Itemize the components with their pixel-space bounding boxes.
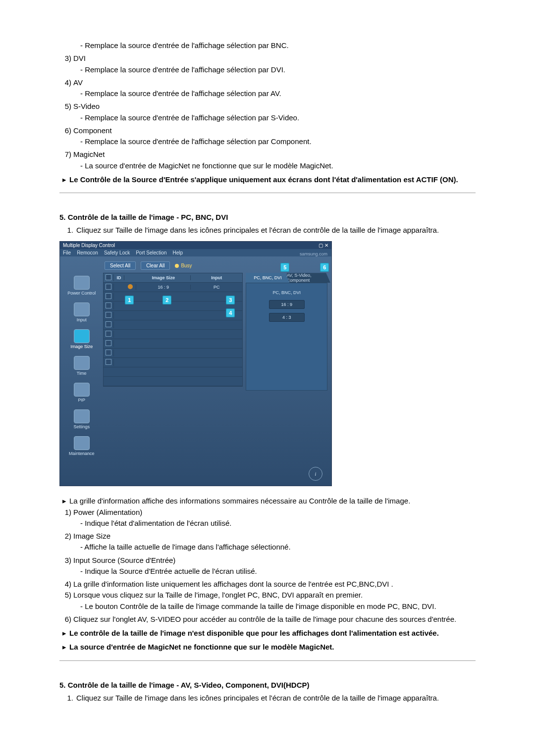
item-title: S-Video xyxy=(73,101,476,111)
step-text: Cliquez sur Taille de l'image dans les i… xyxy=(76,225,476,235)
select-all-button[interactable]: Select All xyxy=(105,261,136,270)
item-title: DVI xyxy=(73,53,476,63)
checkbox-icon[interactable] xyxy=(106,312,111,318)
imagesize-icon xyxy=(74,329,90,343)
sidebar-item-label: Time xyxy=(77,371,87,376)
item-number: 2) xyxy=(59,531,73,541)
note-arrow-icon: ▸ xyxy=(59,628,69,638)
grid-info-line: ▸ La grille d'information affiche des in… xyxy=(59,496,476,506)
menu-help[interactable]: Help xyxy=(172,250,183,255)
col-id: ID xyxy=(114,275,124,280)
menu-remocon[interactable]: Remocon xyxy=(77,250,98,255)
right-pane: 5 6 PC, BNC, DVI AV, S-Video, Component … xyxy=(246,273,331,468)
s2-note-1: ▸ Le contrôle de la taille de l'image n'… xyxy=(59,628,476,638)
imagesize-panel: PC, BNC, DVI 16 : 9 4 : 3 xyxy=(246,283,327,391)
col-check xyxy=(104,274,114,281)
table-row[interactable] xyxy=(104,339,242,349)
grid-header: ID Image Size Input xyxy=(104,273,242,283)
sidebar-item-power[interactable]: Power Control xyxy=(62,276,101,296)
center-pane: ID Image Size Input 16 : 9 PC xyxy=(103,273,246,468)
menu-file[interactable]: File xyxy=(63,250,71,255)
s2-item-6: 6) Cliquez sur l'onglet AV, S-VIDEO pour… xyxy=(59,614,476,624)
callout-6: 6 xyxy=(320,263,329,272)
checkbox-icon[interactable] xyxy=(106,321,111,327)
table-row[interactable] xyxy=(104,358,242,367)
col-imagesize: Image Size xyxy=(136,275,190,280)
sidebar-item-label: Settings xyxy=(73,424,90,429)
menu-portselection[interactable]: Port Selection xyxy=(136,250,166,255)
item-number: 6) xyxy=(59,126,73,136)
divider xyxy=(59,193,476,193)
checkbox-icon[interactable] xyxy=(106,293,111,299)
ratio-16-9-button[interactable]: 16 : 9 xyxy=(269,300,305,309)
sidebar-item-label: Power Control xyxy=(67,291,96,296)
section2-step1: 1. Cliquez sur Taille de l'image dans le… xyxy=(59,225,476,235)
tab-pc-bnc-dvi[interactable]: PC, BNC, DVI xyxy=(246,273,289,283)
info-grid: ID Image Size Input 16 : 9 PC xyxy=(103,273,243,387)
item-number: 4) xyxy=(59,78,73,88)
titlebar: Multiple Display Control ▢ ✕ xyxy=(60,242,331,249)
checkbox-icon[interactable] xyxy=(106,302,111,308)
item-magicnet-desc: - La source d'entrée de MagicNet ne fonc… xyxy=(59,161,476,171)
step-text: Cliquez sur Taille de l'image dans les i… xyxy=(76,693,476,703)
table-row[interactable]: 16 : 9 PC xyxy=(104,283,242,292)
item-component: 6) Component xyxy=(59,126,476,136)
status-dot-icon xyxy=(128,284,133,289)
table-row[interactable] xyxy=(104,311,242,320)
note-text: La source d'entrée de MagicNet ne foncti… xyxy=(69,642,476,652)
menu-safetylock[interactable]: Safety Lock xyxy=(104,250,130,255)
checkbox-icon[interactable] xyxy=(106,284,111,290)
item-number: 5) xyxy=(59,590,73,600)
table-row[interactable] xyxy=(104,302,242,311)
item-magicnet: 7) MagicNet xyxy=(59,150,476,159)
sidebar-item-pip[interactable]: PIP xyxy=(62,383,101,403)
table-row[interactable] xyxy=(104,292,242,302)
note-text: Le Contrôle de la Source d'Entrée s'appl… xyxy=(69,175,476,185)
sidebar-item-settings[interactable]: Settings xyxy=(62,409,101,429)
busy-indicator: Busy xyxy=(175,263,192,268)
menubar: File Remocon Safety Lock Port Selection … xyxy=(60,249,331,256)
item-av: 4) AV xyxy=(59,78,476,88)
callout-2: 2 xyxy=(162,296,171,304)
callout-3: 3 xyxy=(226,296,235,304)
item-svideo: 5) S-Video xyxy=(59,101,476,111)
table-row[interactable] xyxy=(104,349,242,358)
sidebar-item-maintenance[interactable]: Maintenance xyxy=(62,436,101,456)
ratio-4-3-button[interactable]: 4 : 3 xyxy=(269,313,305,322)
item-title: Power (Alimentation) xyxy=(73,507,476,517)
checkbox-icon[interactable] xyxy=(106,331,111,337)
checkbox-icon[interactable] xyxy=(106,340,111,346)
sidebar-item-time[interactable]: Time xyxy=(62,356,101,376)
s2-item-2: 2) Image Size xyxy=(59,531,476,541)
table-row[interactable] xyxy=(104,330,242,339)
table-row[interactable] xyxy=(104,320,242,330)
s2-item-1: 1) Power (Alimentation) xyxy=(59,507,476,517)
item-title: AV xyxy=(73,78,476,88)
app-window: Multiple Display Control ▢ ✕ File Remoco… xyxy=(59,241,332,486)
s2-item-1-desc: - Indique l'état d'alimentation de l'écr… xyxy=(59,518,476,528)
checkbox-icon[interactable] xyxy=(106,350,111,355)
item-title: Lorsque vous cliquez sur la Taille de l'… xyxy=(73,590,476,600)
sidebar: Power Control Input Image Size Time PIP … xyxy=(60,273,103,468)
sidebar-item-input[interactable]: Input xyxy=(62,302,101,322)
item-dvi-desc: - Remplace la source d'entrée de l'affic… xyxy=(59,65,476,75)
item-svideo-desc: - Remplace la source d'entrée de l'affic… xyxy=(59,113,476,123)
clear-all-button[interactable]: Clear All xyxy=(141,261,170,270)
note-text: Le contrôle de la taille de l'image n'es… xyxy=(69,628,476,638)
window-controls-icon: ▢ ✕ xyxy=(319,243,328,248)
power-icon xyxy=(74,276,90,290)
checkbox-icon[interactable] xyxy=(106,359,111,365)
item-dvi: 3) DVI xyxy=(59,53,476,63)
tab-row: PC, BNC, DVI AV, S-Video, Component xyxy=(246,273,327,283)
step-number: 1. xyxy=(59,225,76,235)
item-number: 5) xyxy=(59,101,73,111)
cell-imagesize: 16 : 9 xyxy=(136,285,190,290)
busy-label: Busy xyxy=(181,263,192,268)
toolbar: Select All Clear All Busy xyxy=(60,256,331,273)
callout-5: 5 xyxy=(280,263,289,272)
sidebar-item-imagesize[interactable]: Image Size xyxy=(62,329,101,349)
item-number: 1) xyxy=(59,507,73,517)
info-icon[interactable]: i xyxy=(309,467,322,481)
tab-av-svideo-component[interactable]: AV, S-Video, Component xyxy=(287,273,330,283)
note-arrow-icon: ▸ xyxy=(59,175,69,185)
